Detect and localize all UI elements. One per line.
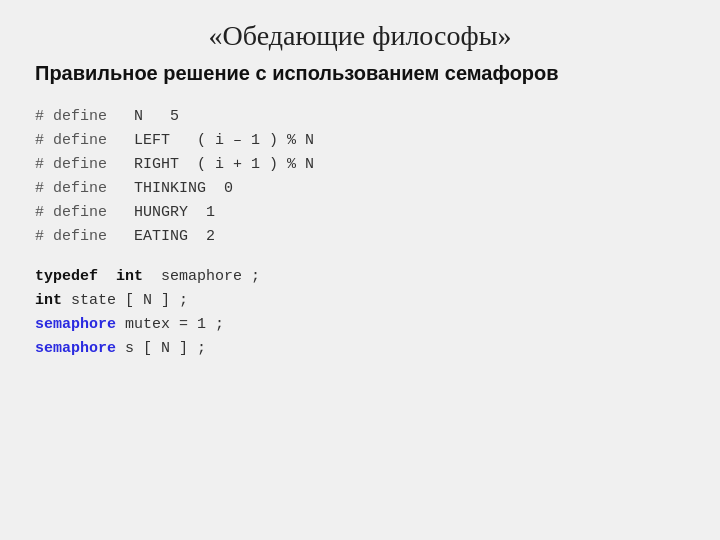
define-value-6: EATING 2 [107, 228, 215, 245]
code-block: # define N 5 # define LEFT ( i – 1 ) % N… [30, 105, 690, 377]
semaphore-keyword-2: semaphore [35, 340, 116, 357]
typedef-rest [98, 268, 116, 285]
define-keyword-2: # define [35, 132, 107, 149]
define-value-5: HUNGRY 1 [107, 204, 215, 221]
slide-title: «Обедающие философы» [30, 20, 690, 52]
typedef-value: semaphore ; [143, 268, 260, 285]
define-value-2: LEFT ( i – 1 ) % N [107, 132, 314, 149]
define-keyword-6: # define [35, 228, 107, 245]
declarations-section: typedef int semaphore ; int state [ N ] … [35, 265, 690, 361]
define-line-4: # define THINKING 0 [35, 177, 690, 201]
slide: «Обедающие философы» Правильное решение … [0, 0, 720, 540]
define-line-5: # define HUNGRY 1 [35, 201, 690, 225]
int-keyword: int [35, 292, 62, 309]
define-line-1: # define N 5 [35, 105, 690, 129]
define-value-1: N 5 [107, 108, 179, 125]
define-line-3: # define RIGHT ( i + 1 ) % N [35, 153, 690, 177]
define-line-2: # define LEFT ( i – 1 ) % N [35, 129, 690, 153]
define-keyword-1: # define [35, 108, 107, 125]
typedef-int: int [116, 268, 143, 285]
mutex-rest: mutex = 1 ; [116, 316, 224, 333]
slide-subtitle: Правильное решение с использованием сема… [30, 62, 690, 85]
s-rest: s [ N ] ; [116, 340, 206, 357]
semaphore-mutex-line: semaphore mutex = 1 ; [35, 313, 690, 337]
define-value-4: THINKING 0 [107, 180, 233, 197]
define-value-3: RIGHT ( i + 1 ) % N [107, 156, 314, 173]
semaphore-s-line: semaphore s [ N ] ; [35, 337, 690, 361]
typedef-keyword: typedef [35, 268, 98, 285]
typedef-line: typedef int semaphore ; [35, 265, 690, 289]
defines-section: # define N 5 # define LEFT ( i – 1 ) % N… [35, 105, 690, 249]
semaphore-keyword-1: semaphore [35, 316, 116, 333]
state-rest: state [ N ] ; [62, 292, 188, 309]
define-keyword-3: # define [35, 156, 107, 173]
define-line-6: # define EATING 2 [35, 225, 690, 249]
define-keyword-5: # define [35, 204, 107, 221]
int-state-line: int state [ N ] ; [35, 289, 690, 313]
define-keyword-4: # define [35, 180, 107, 197]
